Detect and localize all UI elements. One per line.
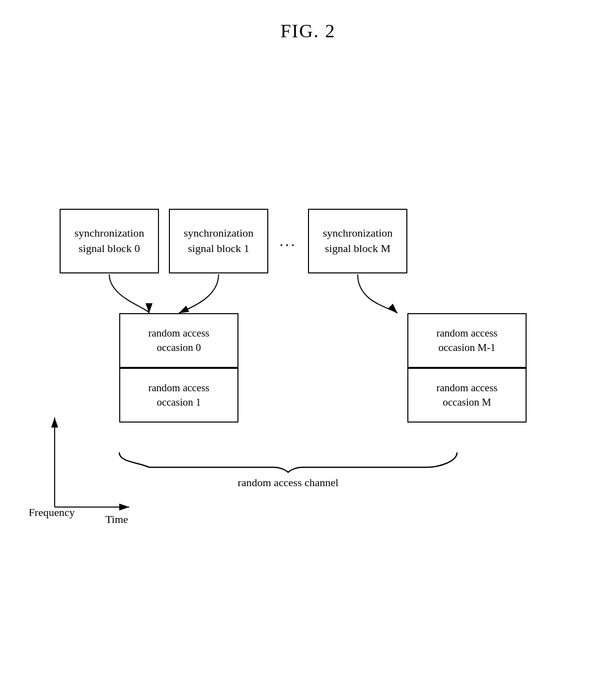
ssb-block-0: synchronization signal block 0 (60, 209, 159, 273)
raoM1-label: random access occasion M-1 (436, 326, 497, 355)
frequency-label: Frequency (30, 506, 75, 518)
rac-label: random access channel (238, 476, 339, 489)
time-label: Time (105, 513, 128, 525)
ssb1-label: synchronization signal block 1 (184, 226, 254, 257)
rao-block-1: random access occasion 1 (119, 368, 238, 423)
rao-section: random access occasion 0 random access o… (60, 313, 556, 423)
rao-block-M: random access occasion M (407, 368, 527, 423)
ssb-row: synchronization signal block 0 synchroni… (60, 209, 556, 273)
rao0-label: random access occasion 0 (148, 326, 209, 355)
raoM-label: random access occasion M (436, 381, 497, 410)
ssb-block-1: synchronization signal block 1 (169, 209, 268, 273)
ellipsis: ... (268, 233, 308, 250)
rao-block-M1: random access occasion M-1 (407, 313, 527, 368)
figure-title: FIG. 2 (0, 0, 616, 42)
rao-block-0: random access occasion 0 (119, 313, 238, 368)
rao1-label: random access occasion 1 (148, 381, 209, 410)
ssb-block-M: synchronization signal block M (308, 209, 407, 273)
ssbM-label: synchronization signal block M (323, 226, 393, 257)
diagram-container: synchronization signal block 0 synchroni… (30, 209, 586, 587)
rao-group-left: random access occasion 0 random access o… (119, 313, 238, 423)
rao-group-right: random access occasion M-1 random access… (407, 313, 527, 423)
ssb0-label: synchronization signal block 0 (75, 226, 145, 257)
